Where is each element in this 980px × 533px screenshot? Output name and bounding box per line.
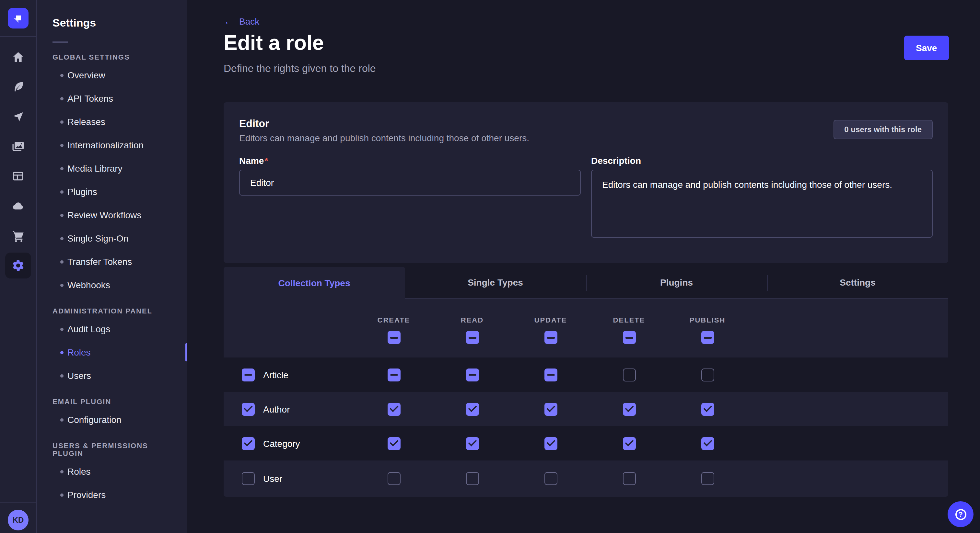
author-read-checkbox[interactable] (466, 403, 479, 416)
back-link[interactable]: ← Back (224, 16, 259, 27)
rail-divider (0, 36, 36, 37)
rail-item-cart[interactable] (5, 223, 31, 249)
cell-article-update (511, 368, 590, 381)
bullet-icon (60, 327, 64, 331)
sidebar-item-users[interactable]: Users (37, 364, 187, 387)
user-read-checkbox[interactable] (466, 472, 479, 485)
sidebar-item-roles[interactable]: Roles (37, 341, 187, 364)
cell-author-delete (590, 403, 668, 416)
bullet-icon (60, 73, 64, 77)
user-update-checkbox[interactable] (544, 472, 557, 485)
user-publish-checkbox[interactable] (701, 472, 714, 485)
sidebar-item-plugins[interactable]: Plugins (37, 180, 187, 203)
tab-collection-types[interactable]: Collection Types (224, 267, 405, 298)
bullet-icon (60, 493, 64, 497)
rail-item-home[interactable] (5, 44, 31, 70)
tab-single-types[interactable]: Single Types (405, 267, 586, 298)
article-create-checkbox[interactable] (387, 368, 400, 381)
category-delete-checkbox[interactable] (622, 437, 635, 450)
role-description-textarea[interactable]: Editors can manage and publish contents … (591, 170, 933, 238)
rail-item-gear[interactable] (5, 252, 31, 279)
sidebar-item-review-workflows[interactable]: Review Workflows (37, 203, 187, 227)
cloud-icon (12, 200, 25, 213)
subnav-section-administration-panel: ADMINISTRATION PANEL (52, 307, 171, 315)
category-read-checkbox[interactable] (466, 437, 479, 450)
header-col-update: UPDATE (511, 298, 590, 357)
icon-rail: KD (0, 0, 37, 533)
select-all-delete-checkbox[interactable] (622, 331, 635, 344)
rail-item-feather[interactable] (5, 74, 31, 100)
avatar[interactable]: KD (8, 510, 29, 530)
role-name-input[interactable] (239, 170, 581, 195)
select-all-read-checkbox[interactable] (466, 331, 479, 344)
row-user-checkbox[interactable] (242, 472, 255, 485)
sidebar-item-label: Configuration (67, 414, 121, 425)
row-article-checkbox[interactable] (242, 368, 255, 381)
rail-item-layout[interactable] (5, 163, 31, 189)
sidebar-item-roles[interactable]: Roles (37, 460, 187, 483)
bullet-icon (60, 470, 64, 473)
row-head: User (224, 472, 355, 485)
save-button[interactable]: Save (904, 36, 948, 60)
permissions-table: CREATEREADUPDATEDELETEPUBLISH ArticleAut… (224, 298, 948, 497)
cell-user-update (511, 472, 590, 485)
row-label: Article (263, 370, 288, 380)
cell-article-publish (668, 368, 747, 381)
rail-item-cloud[interactable] (5, 193, 31, 219)
author-create-checkbox[interactable] (387, 403, 400, 416)
author-update-checkbox[interactable] (544, 403, 557, 416)
strapi-logo-icon[interactable] (8, 8, 29, 29)
cart-icon (12, 229, 25, 242)
author-publish-checkbox[interactable] (701, 403, 714, 416)
row-label: Author (263, 404, 290, 414)
sidebar-item-audit-logs[interactable]: Audit Logs (37, 317, 187, 341)
article-delete-checkbox[interactable] (622, 368, 635, 381)
images-icon (12, 140, 25, 153)
sidebar-item-internationalization[interactable]: Internationalization (37, 133, 187, 157)
permission-row-author: Author (224, 392, 948, 426)
tab-settings[interactable]: Settings (767, 267, 948, 298)
row-head: Category (224, 437, 355, 450)
user-delete-checkbox[interactable] (622, 472, 635, 485)
cell-user-read (433, 472, 511, 485)
article-publish-checkbox[interactable] (701, 368, 714, 381)
users-with-role-button[interactable]: 0 users with this role (833, 120, 933, 139)
rail-item-paper-plane[interactable] (5, 104, 31, 130)
subnav-section-users-permissions-plugin: USERS & PERMISSIONS PLUGIN (52, 442, 171, 457)
sidebar-item-media-library[interactable]: Media Library (37, 157, 187, 180)
sidebar-item-api-tokens[interactable]: API Tokens (37, 87, 187, 110)
user-create-checkbox[interactable] (387, 472, 400, 485)
row-author-checkbox[interactable] (242, 403, 255, 416)
sidebar-item-label: Releases (67, 117, 105, 127)
article-update-checkbox[interactable] (544, 368, 557, 381)
rail-item-images[interactable] (5, 133, 31, 159)
sidebar-item-label: Review Workflows (67, 210, 141, 220)
cell-user-delete (590, 472, 668, 485)
category-publish-checkbox[interactable] (701, 437, 714, 450)
author-delete-checkbox[interactable] (622, 403, 635, 416)
cell-article-delete (590, 368, 668, 381)
select-all-publish-checkbox[interactable] (701, 331, 714, 344)
cell-author-create (355, 403, 433, 416)
subnav-title-divider (52, 41, 68, 43)
category-update-checkbox[interactable] (544, 437, 557, 450)
role-details-card: Editor Editors can manage and publish co… (224, 102, 948, 263)
sidebar-item-webhooks[interactable]: Webhooks (37, 273, 187, 297)
select-all-update-checkbox[interactable] (544, 331, 557, 344)
row-head: Author (224, 403, 355, 416)
sidebar-item-single-sign-on[interactable]: Single Sign-On (37, 227, 187, 250)
role-name-heading: Editor (239, 118, 933, 130)
sidebar-item-providers[interactable]: Providers (37, 483, 187, 506)
article-read-checkbox[interactable] (466, 368, 479, 381)
tab-plugins[interactable]: Plugins (586, 267, 767, 298)
feather-icon (12, 80, 25, 93)
sidebar-item-transfer-tokens[interactable]: Transfer Tokens (37, 250, 187, 273)
sidebar-item-configuration[interactable]: Configuration (37, 408, 187, 431)
page-title: Edit a role (224, 31, 324, 55)
category-create-checkbox[interactable] (387, 437, 400, 450)
sidebar-item-releases[interactable]: Releases (37, 110, 187, 133)
help-button[interactable]: ? (948, 501, 974, 527)
select-all-create-checkbox[interactable] (387, 331, 400, 344)
row-category-checkbox[interactable] (242, 437, 255, 450)
sidebar-item-overview[interactable]: Overview (37, 63, 187, 87)
